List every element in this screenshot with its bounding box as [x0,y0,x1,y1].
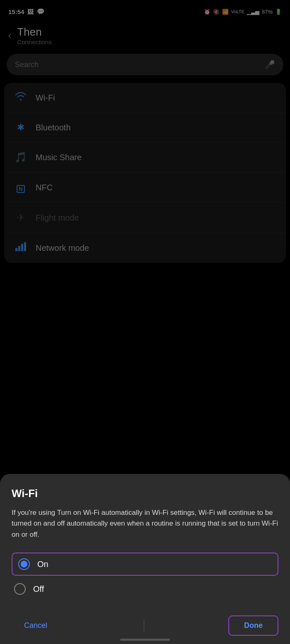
modal-buttons: Cancel Done [12,611,278,636]
wifi-modal: Wi-Fi If you're using Turn on Wi-Fi auto… [0,474,290,644]
button-divider [144,620,144,632]
radio-label-on: On [37,560,48,569]
modal-description: If you're using Turn on Wi-Fi automatica… [12,507,278,540]
modal-overlay: Wi-Fi If you're using Turn on Wi-Fi auto… [0,0,290,644]
cancel-button[interactable]: Cancel [12,615,60,636]
radio-option-off[interactable]: Off [12,577,278,601]
radio-circle-off [14,583,26,595]
radio-option-on[interactable]: On [12,553,278,576]
radio-label-off: Off [33,584,44,594]
done-button[interactable]: Done [228,615,278,636]
home-indicator [120,639,170,641]
modal-title: Wi-Fi [12,487,278,500]
radio-circle-on [18,558,30,570]
